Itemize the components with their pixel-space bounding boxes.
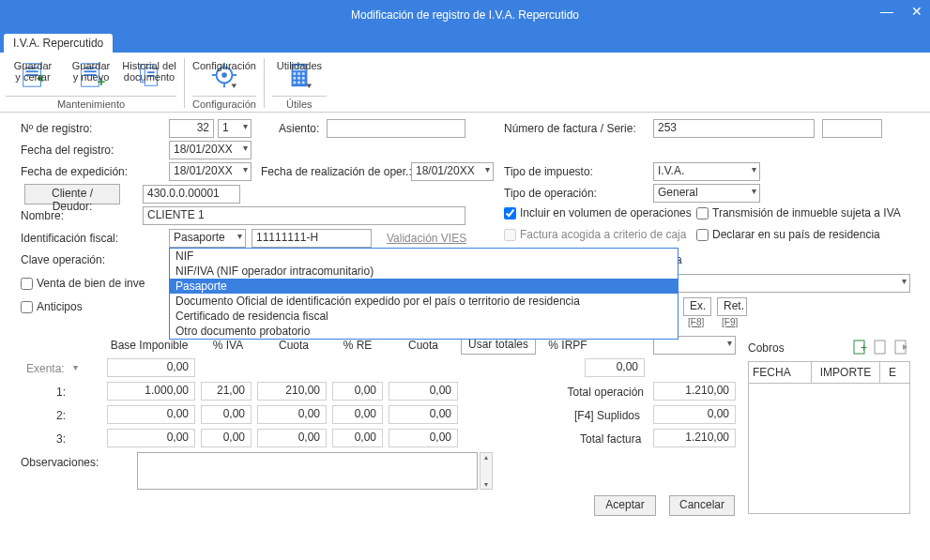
totop-value: 1.210,00 (653, 382, 736, 401)
label-numfactura: Número de factura / Serie: (504, 122, 636, 135)
utilidades-button[interactable]: Utilidades (272, 56, 327, 94)
col-cuota2: Cuota (390, 339, 456, 352)
svg-point-14 (221, 72, 227, 78)
nregistro-selector[interactable]: 1 (218, 119, 252, 138)
close-button[interactable]: ✕ (907, 4, 926, 19)
r2-cuota2[interactable]: 0,00 (389, 405, 458, 424)
cobros-col-importe[interactable]: IMPORTE (812, 362, 880, 383)
calc-ex-button[interactable]: Ex. (683, 297, 711, 316)
irpf-value[interactable]: 0,00 (585, 358, 645, 377)
svg-rect-28 (293, 82, 296, 84)
svg-rect-24 (302, 72, 305, 75)
add-doc-icon[interactable]: + (852, 339, 869, 356)
label-suplidos[interactable]: [F4] Suplidos (574, 409, 640, 422)
tipooperacion-select[interactable]: General (653, 184, 760, 203)
utilidades-label: Utilidades (277, 60, 322, 71)
r2-iva[interactable]: 0,00 (201, 405, 252, 424)
form-area: Nº de registro: 32 1 Asiento: Fecha del … (0, 113, 930, 544)
fexpedicion-input[interactable]: 18/01/20XX (169, 162, 252, 181)
cliente-input[interactable]: 430.0.0.00001 (143, 185, 240, 204)
frealizacion-input[interactable]: 18/01/20XX (411, 162, 494, 181)
idfiscal-num-input[interactable]: 11111111-H (252, 229, 372, 248)
transmision-inmueble-checkbox[interactable]: Transmisión de inmueble sujeta a IVA (696, 206, 901, 219)
cliente-deudor-button[interactable]: Cliente / Deudor: (24, 184, 120, 204)
svg-rect-25 (293, 77, 296, 80)
dropdown-opt-certres[interactable]: Certificado de residencia fiscal (170, 309, 678, 324)
r1-re[interactable]: 0,00 (332, 382, 383, 401)
r2-re[interactable]: 0,00 (332, 405, 383, 424)
r1-iva[interactable]: 21,00 (201, 382, 252, 401)
incluir-volumen-checkbox[interactable]: Incluir en volumen de operaciones (504, 206, 692, 219)
calc-ret-sub: [F9] (722, 317, 738, 327)
tipoimpuesto-select[interactable]: I.V.A. (653, 162, 760, 181)
cobros-col-fecha[interactable]: FECHA (749, 362, 812, 383)
label-cobros: Cobros (748, 341, 785, 355)
venta-bien-inv-checkbox[interactable]: Venta de bien de inve (21, 277, 145, 290)
r1-cuota[interactable]: 210,00 (257, 382, 327, 401)
label-tipoimpuesto: Tipo de impuesto: (504, 165, 593, 178)
label-nregistro: Nº de registro: (21, 122, 92, 135)
label-nombre: Nombre: (21, 209, 64, 222)
row3-label: 3: (56, 432, 66, 446)
next-doc-icon[interactable] (893, 339, 910, 356)
declarar-pais-checkbox[interactable]: Declarar en su país de residencia (696, 228, 880, 241)
ribbon-group-mantenimiento: Mantenimiento (6, 96, 176, 110)
observaciones-scrollbar[interactable]: ▴▾ (480, 452, 493, 490)
title-bar: Modificación de registro de I.V.A. Reper… (0, 0, 930, 30)
dropdown-opt-docoficial[interactable]: Documento Oficial de identificación expe… (170, 294, 678, 309)
nregistro-input[interactable]: 32 (169, 119, 214, 138)
validacion-vies-link[interactable]: Validación VIES (387, 232, 466, 245)
tab-iva-repercutido[interactable]: I.V.A. Repercutido (4, 34, 113, 56)
guardar-cerrar-label: Guardar y cerrar (14, 60, 52, 83)
dropdown-opt-otrodoc[interactable]: Otro documento probatorio (170, 324, 678, 339)
r3-base[interactable]: 0,00 (107, 429, 195, 447)
minimize-button[interactable]: — (877, 4, 896, 19)
row2-label: 2: (56, 409, 66, 422)
dropdown-opt-nifiva[interactable]: NIF/IVA (NIF operador intracomunitario) (170, 264, 678, 279)
dropdown-opt-nif[interactable]: NIF (170, 249, 678, 264)
configuracion-button[interactable]: Configuración (197, 56, 252, 94)
label-claveop: Clave operación: (21, 253, 105, 266)
svg-rect-29 (297, 82, 300, 84)
r2-cuota[interactable]: 0,00 (257, 405, 327, 424)
label-fregistro: Fecha del registro: (21, 144, 114, 157)
idfiscal-dropdown[interactable]: NIF NIF/IVA (NIF operador intracomunitar… (169, 248, 678, 340)
idfiscal-select[interactable]: Pasaporte (169, 229, 246, 248)
guardar-nuevo-button[interactable]: + Guardar y nuevo (64, 56, 118, 94)
exenta-chevron-icon[interactable]: ▾ (73, 362, 78, 372)
svg-marker-19 (231, 83, 236, 88)
ribbon-group-config: Configuración (192, 96, 256, 110)
numfactura-input[interactable]: 253 (653, 119, 815, 138)
suplidos-value[interactable]: 0,00 (653, 405, 736, 424)
label-totfactura: Total factura (580, 432, 641, 446)
cobros-col-e[interactable]: E (880, 362, 905, 383)
svg-rect-27 (302, 77, 305, 80)
calc-ret-button[interactable]: Ret. (717, 297, 747, 316)
fregistro-input[interactable]: 18/01/20XX (169, 141, 252, 159)
totfactura-value: 1.210,00 (653, 429, 736, 447)
cancelar-button[interactable]: Cancelar (669, 495, 735, 516)
dropdown-opt-pasaporte[interactable]: Pasaporte (170, 279, 678, 294)
serie-input[interactable] (822, 119, 882, 138)
observaciones-input[interactable] (137, 452, 478, 490)
asiento-input[interactable] (327, 119, 465, 138)
r3-cuota2[interactable]: 0,00 (389, 429, 458, 447)
aceptar-button[interactable]: Aceptar (594, 495, 656, 516)
guardar-cerrar-button[interactable]: Guardar y cerrar (6, 56, 60, 94)
label-exenta: Exenta: (26, 362, 65, 375)
svg-rect-26 (297, 77, 300, 80)
label-totop: Total operación (563, 386, 644, 399)
anticipos-checkbox[interactable]: Anticipos (21, 300, 83, 313)
r1-cuota2[interactable]: 0,00 (389, 382, 458, 401)
r3-iva[interactable]: 0,00 (201, 429, 252, 447)
nombre-input[interactable]: CLIENTE 1 (143, 206, 465, 225)
historial-label: Historial del documento (122, 60, 175, 83)
r2-base[interactable]: 0,00 (107, 405, 195, 424)
edit-doc-icon[interactable] (873, 339, 890, 356)
r3-cuota[interactable]: 0,00 (257, 429, 327, 447)
col-base: Base Imponible (107, 339, 191, 352)
r1-base[interactable]: 1.000,00 (107, 382, 195, 401)
exenta-base[interactable]: 0,00 (107, 358, 195, 377)
historial-button[interactable]: Historial del documento (122, 56, 176, 94)
r3-re[interactable]: 0,00 (332, 429, 383, 447)
